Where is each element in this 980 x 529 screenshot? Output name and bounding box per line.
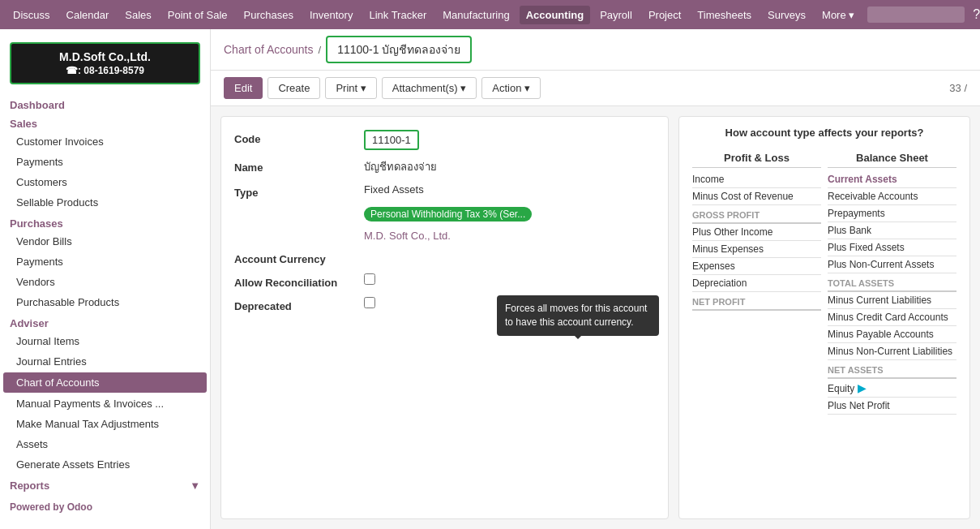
bs-plus-net-profit: Plus Net Profit xyxy=(828,398,956,415)
bs-receivable: Receivable Accounts xyxy=(828,188,956,205)
pl-minus-expenses: Minus Expenses xyxy=(692,241,821,258)
sidebar-item-journal-entries[interactable]: Journal Entries xyxy=(0,351,210,372)
sidebar-item-journal-items[interactable]: Journal Items xyxy=(0,331,210,351)
company-logo: M.D.Soft Co.,Ltd. ☎: 08-1619-8579 xyxy=(10,42,200,84)
powered-by: Powered by Odoo xyxy=(0,497,210,518)
sidebar-item-customer-invoices[interactable]: Customer Invoices xyxy=(0,131,210,152)
breadcrumb: Chart of Accounts / 11100-1 บัญชีทดลองจ่… xyxy=(211,29,980,71)
sidebar-section-sales: Sales xyxy=(0,113,210,131)
reports-label: Reports xyxy=(10,480,49,492)
sidebar-item-vendor-bills[interactable]: Vendor Bills xyxy=(0,231,210,252)
nav-point-of-sale[interactable]: Point of Sale xyxy=(161,6,234,24)
bs-non-current-assets: Plus Non-Current Assets xyxy=(828,256,956,273)
sidebar-section-adviser: Adviser xyxy=(0,312,210,331)
nav-manufacturing[interactable]: Manufacturing xyxy=(436,6,516,24)
pl-depreciation: Depreciation xyxy=(692,275,821,292)
content-area: Chart of Accounts / 11100-1 บัญชีทดลองจ่… xyxy=(211,29,980,529)
sidebar-item-manual-tax[interactable]: Make Manual Tax Adjustments xyxy=(0,414,210,434)
nav-timesheets[interactable]: Timesheets xyxy=(691,6,758,24)
name-label: Name xyxy=(234,158,364,174)
info-grid: Profit & Loss Income Minus Cost of Reven… xyxy=(689,148,960,415)
nav-discuss[interactable]: Discuss xyxy=(6,6,57,24)
sidebar-item-purchasable-products[interactable]: Purchasable Products xyxy=(0,292,210,312)
type-field: Type Fixed Assets xyxy=(234,183,655,199)
help-icon[interactable]: ? xyxy=(969,6,980,24)
form-card: Forces all moves for this account to hav… xyxy=(220,116,669,519)
profit-loss-header: Profit & Loss xyxy=(692,148,821,168)
equity-arrow-icon: ▶ xyxy=(858,381,867,394)
sidebar-item-payments-sales[interactable]: Payments xyxy=(0,152,210,172)
bs-current-assets: Current Assets xyxy=(828,171,956,188)
company-label-empty xyxy=(234,230,364,233)
nav-project[interactable]: Project xyxy=(642,6,687,24)
sidebar-item-manual-payments[interactable]: Manual Payments & Invoices ... xyxy=(0,394,210,414)
pl-expenses: Expenses xyxy=(692,258,821,275)
nav-inventory[interactable]: Inventory xyxy=(303,6,359,24)
reconciliation-checkbox[interactable] xyxy=(364,273,375,285)
company-value: M.D. Soft Co., Ltd. xyxy=(364,230,655,242)
company-name: M.D.Soft Co.,Ltd. xyxy=(19,50,190,63)
currency-field: Account Currency xyxy=(234,250,655,265)
info-panel-title: How account type affects your reports? xyxy=(689,127,960,139)
nav-purchases[interactable]: Purchases xyxy=(238,6,300,24)
bs-fixed-assets: Plus Fixed Assets xyxy=(828,239,956,256)
name-field: Name บัญชีทดลองจ่าย xyxy=(234,158,655,175)
reconciliation-field: Allow Reconciliation xyxy=(234,273,655,289)
nav-more[interactable]: More ▾ xyxy=(815,6,861,24)
nav-payroll[interactable]: Payroll xyxy=(593,6,639,24)
pl-plus-other: Plus Other Income xyxy=(692,224,821,241)
company-link[interactable]: M.D. Soft Co., Ltd. xyxy=(364,230,451,242)
sidebar-item-assets[interactable]: Assets xyxy=(0,434,210,454)
nav-link-tracker[interactable]: Link Tracker xyxy=(362,6,433,24)
bs-minus-current-liabilities: Minus Current Liabilities xyxy=(828,292,956,309)
name-value: บัญชีทดลองจ่าย xyxy=(364,158,655,175)
pl-income: Income xyxy=(692,171,821,188)
company-field: M.D. Soft Co., Ltd. xyxy=(234,230,655,242)
sidebar-item-payments-purchases[interactable]: Payments xyxy=(0,252,210,272)
page-indicator: 33 / xyxy=(949,82,967,94)
attachments-button[interactable]: Attachment(s) ▾ xyxy=(382,77,477,99)
company-phone: ☎: 08-1619-8579 xyxy=(19,65,190,76)
create-button[interactable]: Create xyxy=(267,77,320,99)
toolbar: Edit Create Print ▾ Attachment(s) ▾ Acti… xyxy=(211,71,980,106)
tag-value: Personal Withholding Tax 3% (Ser... xyxy=(364,207,655,221)
action-button[interactable]: Action ▾ xyxy=(481,77,541,99)
balance-sheet-col: Balance Sheet Current Assets Receivable … xyxy=(824,148,960,415)
pl-gross-profit: GROSS PROFIT xyxy=(692,205,821,224)
nav-surveys[interactable]: Surveys xyxy=(761,6,812,24)
nav-accounting[interactable]: Accounting xyxy=(520,6,591,24)
bs-prepayments: Prepayments xyxy=(828,205,956,222)
tooltip: Forces all moves for this account to hav… xyxy=(497,295,659,336)
nav-sales[interactable]: Sales xyxy=(118,6,158,24)
breadcrumb-link[interactable]: Chart of Accounts xyxy=(224,43,314,56)
pl-minus-cost: Minus Cost of Revenue xyxy=(692,188,821,205)
sidebar-item-sellable-products[interactable]: Sellable Products xyxy=(0,192,210,213)
reconciliation-value xyxy=(364,273,655,287)
deprecated-checkbox[interactable] xyxy=(364,297,375,308)
main-layout: M.D.Soft Co.,Ltd. ☎: 08-1619-8579 Dashbo… xyxy=(0,29,980,529)
tag-badge[interactable]: Personal Withholding Tax 3% (Ser... xyxy=(364,207,532,221)
breadcrumb-current: 11100-1 บัญชีทดลองจ่าย xyxy=(326,36,472,63)
edit-button[interactable]: Edit xyxy=(224,77,263,99)
code-value[interactable]: 11100-1 xyxy=(364,130,419,150)
code-label: Code xyxy=(234,130,364,145)
nav-calendar[interactable]: Calendar xyxy=(60,6,116,24)
balance-sheet-header: Balance Sheet xyxy=(828,148,956,168)
profit-loss-col: Profit & Loss Income Minus Cost of Reven… xyxy=(689,148,824,415)
sidebar-item-customers[interactable]: Customers xyxy=(0,172,210,192)
sidebar: M.D.Soft Co.,Ltd. ☎: 08-1619-8579 Dashbo… xyxy=(0,29,211,529)
sidebar-item-chart-of-accounts[interactable]: Chart of Accounts xyxy=(3,372,207,393)
bs-minus-payable: Minus Payable Accounts xyxy=(828,326,956,343)
global-search-input[interactable] xyxy=(867,6,965,23)
bs-minus-non-current: Minus Non-Current Liabilities xyxy=(828,343,956,360)
sidebar-section-purchases: Purchases xyxy=(0,213,210,231)
sidebar-section-dashboard: Dashboard xyxy=(0,94,210,113)
bs-minus-credit-card: Minus Credit Card Accounts xyxy=(828,309,956,326)
sidebar-item-vendors[interactable]: Vendors xyxy=(0,272,210,292)
sidebar-item-generate-assets[interactable]: Generate Assets Entries xyxy=(0,454,210,475)
sidebar-reports-toggle[interactable]: Reports ▼ xyxy=(0,475,210,497)
tag-field: Personal Withholding Tax 3% (Ser... xyxy=(234,207,655,221)
print-button[interactable]: Print ▾ xyxy=(325,77,376,99)
type-label: Type xyxy=(234,183,364,199)
tag-label-empty xyxy=(234,207,364,210)
